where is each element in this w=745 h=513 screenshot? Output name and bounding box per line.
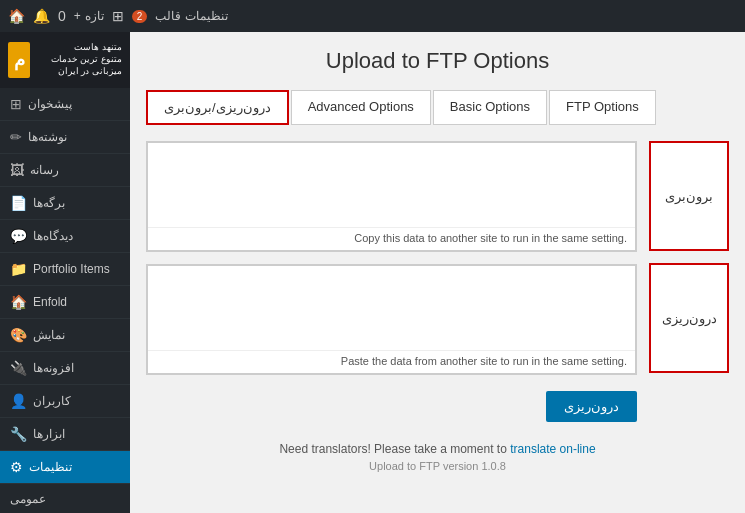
settings-nav-label: تنظیمات xyxy=(29,460,72,474)
enfold-icon: 🏠 xyxy=(10,294,27,310)
appearance-label: نمایش xyxy=(33,328,65,342)
version-text: Upload to FTP version 1.0.8 xyxy=(146,460,729,472)
users-label: کاربران xyxy=(33,394,71,408)
media-label: رسانه xyxy=(30,163,59,177)
posts-label: نوشته‌ها xyxy=(28,130,67,144)
general-label: عمومی xyxy=(10,492,46,506)
sidebar-item-appearance[interactable]: نمایش 🎨 xyxy=(0,319,130,352)
dashboard-label: پیشخوان xyxy=(28,97,72,111)
sidebar-item-plugins[interactable]: افزونه‌ها 🔌 xyxy=(0,352,130,385)
sidebar-item-dashboard[interactable]: پیشخوان ⊞ xyxy=(0,88,130,121)
admin-bar-logo-icon: ⊞ xyxy=(112,8,124,24)
portfolio-label: Portfolio Items xyxy=(33,262,110,276)
pages-icon: 📄 xyxy=(10,195,27,211)
main-layout: م متنهد هاست متنوع ترین خدمات میزبانی در… xyxy=(0,32,745,513)
export-textarea[interactable] xyxy=(148,143,635,223)
admin-bar-badge: 2 xyxy=(132,10,148,23)
comments-icon: 💬 xyxy=(10,228,27,244)
sidebar-item-users[interactable]: کاربران 👤 xyxy=(0,385,130,418)
import-textarea[interactable] xyxy=(148,266,635,346)
tab-import-export[interactable]: درون‌ریزی/برون‌بری xyxy=(146,90,289,125)
tab-ftp[interactable]: FTP Options xyxy=(549,90,656,125)
tab-advanced[interactable]: Advanced Options xyxy=(291,90,431,125)
sidebar-item-portfolio[interactable]: Portfolio Items 📁 xyxy=(0,253,130,286)
sidebar-item-enfold[interactable]: Enfold 🏠 xyxy=(0,286,130,319)
import-hint: Paste the data from another site to run … xyxy=(148,350,635,373)
sidebar-item-tools[interactable]: ابزارها 🔧 xyxy=(0,418,130,451)
sidebar-item-posts[interactable]: نوشته‌ها ✏ xyxy=(0,121,130,154)
import-export-section: Copy this data to another site to run in… xyxy=(146,141,729,422)
admin-bar-bell-icon: 🔔 xyxy=(33,8,50,24)
footer-info: Need translators! Please take a moment t… xyxy=(146,442,729,472)
admin-bar-new[interactable]: تازه + xyxy=(74,9,104,23)
posts-icon: ✏ xyxy=(10,129,22,145)
admin-bar: تنظیمات قالب 2 ⊞ تازه + 0 🔔 🏠 xyxy=(0,0,745,32)
plugins-icon: 🔌 xyxy=(10,360,27,376)
import-button[interactable]: درون‌ریزی xyxy=(546,391,637,422)
pages-label: برگه‌ها xyxy=(33,196,65,210)
tab-basic[interactable]: Basic Options xyxy=(433,90,547,125)
users-icon: 👤 xyxy=(10,393,27,409)
sidebar: م متنهد هاست متنوع ترین خدمات میزبانی در… xyxy=(0,32,130,513)
sidebar-item-pages[interactable]: برگه‌ها 📄 xyxy=(0,187,130,220)
plugins-label: افزونه‌ها xyxy=(33,361,74,375)
export-panel: Copy this data to another site to run in… xyxy=(146,141,637,252)
admin-bar-counter: 0 xyxy=(58,8,66,24)
import-label: درون‌ریزی xyxy=(649,263,729,373)
tools-label: ابزارها xyxy=(33,427,65,441)
translate-link[interactable]: translate on-line xyxy=(510,442,595,456)
sidebar-item-media[interactable]: رسانه 🖼 xyxy=(0,154,130,187)
portfolio-icon: 📁 xyxy=(10,261,27,277)
admin-bar-home-icon[interactable]: 🏠 xyxy=(8,8,25,24)
tools-icon: 🔧 xyxy=(10,426,27,442)
dashboard-icon: ⊞ xyxy=(10,96,22,112)
appearance-icon: 🎨 xyxy=(10,327,27,343)
settings-icon: ⚙ xyxy=(10,459,23,475)
comments-label: دیدگاه‌ها xyxy=(33,229,73,243)
tabs: درون‌ریزی/برون‌بری Advanced Options Basi… xyxy=(146,90,729,125)
media-icon: 🖼 xyxy=(10,162,24,178)
sidebar-item-settings[interactable]: تنظیمات ⚙ xyxy=(0,451,130,484)
logo-icon: م xyxy=(8,42,30,78)
export-hint: Copy this data to another site to run in… xyxy=(148,227,635,250)
page-title: Upload to FTP Options xyxy=(146,48,729,74)
export-label: برون‌بری xyxy=(649,141,729,251)
admin-bar-settings: تنظیمات قالب xyxy=(155,9,227,23)
translator-text: Need translators! Please take a moment t… xyxy=(279,442,506,456)
text-panels: Copy this data to another site to run in… xyxy=(146,141,637,422)
enfold-label: Enfold xyxy=(33,295,67,309)
sidebar-item-general[interactable]: عمومی xyxy=(0,484,130,513)
content-area: Upload to FTP Options درون‌ریزی/برون‌بری… xyxy=(130,32,745,513)
logo-text: متنهد هاست متنوع ترین خدمات میزبانی در ا… xyxy=(36,42,122,77)
sidebar-logo: م متنهد هاست متنوع ترین خدمات میزبانی در… xyxy=(0,32,130,88)
settings-label: تنظیمات قالب xyxy=(155,9,227,23)
side-labels: برون‌بری درون‌ریزی xyxy=(649,141,729,373)
import-panel: Paste the data from another site to run … xyxy=(146,264,637,375)
sidebar-item-comments[interactable]: دیدگاه‌ها 💬 xyxy=(0,220,130,253)
